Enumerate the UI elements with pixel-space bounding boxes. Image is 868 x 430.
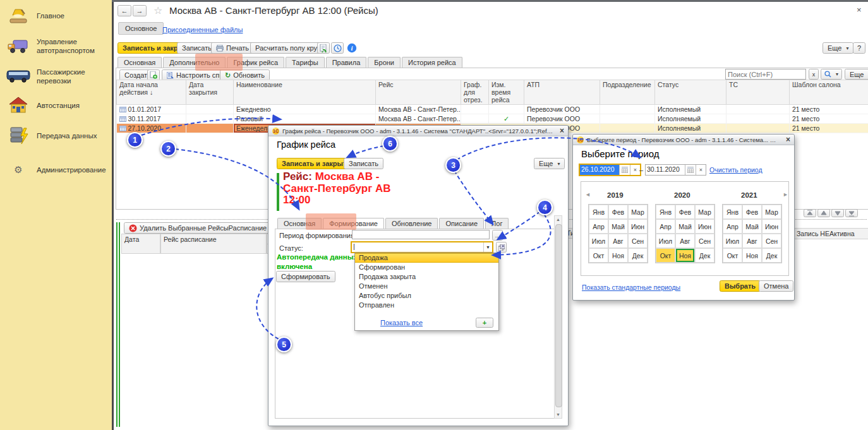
dropdown-item-Отправлен[interactable]: Отправлен [355, 301, 498, 310]
calendar-month-2021-Сен[interactable]: Сен [762, 234, 781, 248]
favorite-star-icon[interactable]: ☆ [154, 4, 162, 16]
calendar-month-2019-Май[interactable]: Май [608, 219, 628, 234]
search-input[interactable] [725, 69, 806, 80]
calendar-month-2020-Апр[interactable]: Апр [656, 219, 675, 234]
timing-button[interactable] [331, 42, 344, 54]
nav-back-button[interactable]: ← [118, 5, 131, 16]
calendar-month-2019-Сен[interactable]: Сен [628, 234, 648, 248]
clear-period-link[interactable]: Очистить период [709, 166, 763, 174]
period-dialog-titlebar[interactable]: 1С Выберите период - Перевозчик ООО - ad… [573, 134, 794, 145]
sidebar-item-1[interactable]: Главное [6, 5, 107, 27]
calendar-month-2021-Июн[interactable]: Июн [762, 219, 781, 234]
period-ellipsis-button[interactable]: ... [492, 230, 503, 241]
move-down-button[interactable] [831, 209, 844, 217]
calendar-month-2019-Дек[interactable]: Дек [628, 248, 648, 263]
search-button[interactable] [821, 69, 842, 80]
add-status-button[interactable]: + [476, 318, 493, 328]
calendar-month-2021-Окт[interactable]: Окт [723, 248, 742, 263]
tab-osnovnoe[interactable]: Основное [118, 22, 164, 35]
bottom-column-header[interactable]: Рейс расписание [160, 234, 267, 254]
standard-periods-link[interactable]: Показать стандартные периоды [582, 284, 680, 291]
table-row[interactable]: 01.01.2017ЕжедневноМосква АВ - Санкт-Пет… [117, 105, 868, 114]
status-field[interactable]: | ▼ [351, 241, 493, 253]
calendar-month-2020-Дек[interactable]: Дек [695, 248, 714, 263]
help-button[interactable]: ? [853, 42, 865, 54]
calendar-month-2019-Фев[interactable]: Фев [608, 205, 628, 219]
generate-button[interactable]: Сформировать [276, 271, 335, 282]
schedule-dialog-close-icon[interactable]: × [560, 128, 564, 134]
sidebar-item-6[interactable]: ⚙Администрирование [6, 159, 107, 181]
date-to-input[interactable]: 30.11.2020 [646, 165, 685, 175]
move-up-button[interactable] [817, 209, 830, 217]
search-clear-button[interactable]: x [809, 69, 819, 80]
calendar-month-2020-Фев[interactable]: Фев [675, 205, 695, 219]
column-header[interactable]: Наименование [234, 80, 376, 105]
sidebar-item-5[interactable]: Передача данных [6, 125, 107, 146]
status-open-button[interactable] [496, 242, 507, 253]
calendar-month-2021-Июл[interactable]: Июл [723, 234, 742, 248]
calendar-picker-icon[interactable] [619, 165, 630, 175]
calendar-picker-icon[interactable] [685, 165, 696, 175]
calendar-month-2019-Июн[interactable]: Июн [628, 219, 648, 234]
cancel-button[interactable]: Отмена [759, 280, 793, 292]
calendar-month-2020-Авг[interactable]: Авг [675, 234, 695, 248]
more-button[interactable]: Еще [823, 42, 853, 54]
dropdown-item-Продажа закрыта[interactable]: Продажа закрыта [355, 272, 498, 282]
calendar-month-2020-Июн[interactable]: Июн [695, 219, 714, 234]
subtab-Тарифы[interactable]: Тарифы [286, 57, 325, 68]
dialog-tab-Описание[interactable]: Описание [439, 218, 484, 229]
calendar-month-2020-Ноя[interactable]: Ноя [675, 248, 695, 263]
dropdown-item-Отменен[interactable]: Отменен [355, 282, 498, 291]
table-row[interactable]: 30.11.2017РазовыйМосква АВ - Санкт-Петер… [117, 114, 868, 124]
move-top-button[interactable] [804, 209, 816, 217]
column-header[interactable]: ТС [726, 80, 790, 105]
calendar-month-2021-Ноя[interactable]: Ноя [742, 248, 762, 263]
date-from-clear-icon[interactable]: × [630, 165, 640, 175]
info-icon[interactable]: i [347, 43, 357, 54]
dialog-tab-Лог[interactable]: Лог [485, 218, 509, 229]
calendar-month-2020-Мар[interactable]: Мар [695, 205, 714, 219]
column-header[interactable]: Дата начала действия ↓ [117, 80, 186, 105]
calendar-month-2020-Сен[interactable]: Сен [695, 234, 714, 248]
column-header[interactable]: Дата закрытия [186, 80, 234, 105]
period-dialog-close-icon[interactable]: × [786, 136, 790, 143]
column-header[interactable]: Подразделение [600, 80, 655, 105]
list-more-button[interactable]: Еще [845, 69, 868, 80]
calendar-month-2019-Апр[interactable]: Апр [589, 219, 608, 234]
report-button[interactable] [317, 42, 330, 54]
dropdown-item-Продажа[interactable]: Продажа [355, 253, 498, 263]
move-bottom-button[interactable] [845, 209, 858, 217]
calendar-month-2021-Май[interactable]: Май [742, 219, 762, 234]
column-header[interactable]: АТП [524, 80, 600, 105]
column-header[interactable]: Рейс [376, 80, 461, 105]
period-field[interactable] [352, 230, 490, 239]
choose-button[interactable]: Выбрать [720, 280, 761, 292]
calendar-month-2020-Янв[interactable]: Янв [656, 205, 675, 219]
schedule-dialog-titlebar[interactable]: 1С График рейса - Перевозчик ООО - adm -… [268, 126, 568, 136]
calendar-month-2019-Мар[interactable]: Мар [628, 205, 648, 219]
calendar-month-2020-Окт[interactable]: Окт [656, 248, 675, 263]
date-to-clear-icon[interactable]: × [696, 165, 706, 175]
delete-selected-button[interactable]: Удалить Выбранные РейсыРасписание [124, 222, 272, 234]
date-from-input[interactable]: 26.10.2020 [580, 165, 619, 175]
calendar-month-2019-Окт[interactable]: Окт [589, 248, 608, 263]
sidebar-item-3[interactable]: Пассажирские перевозки [6, 66, 107, 87]
column-header[interactable]: Граф. для отрез. [461, 80, 489, 105]
window-close-icon[interactable]: × [857, 5, 862, 15]
calendar-next-icon[interactable]: ► [783, 191, 788, 198]
sidebar-item-2[interactable]: Управление автотранспортом [6, 35, 107, 57]
column-header[interactable]: Статус [655, 80, 726, 105]
dialog-tab-Обновление[interactable]: Обновление [385, 218, 438, 229]
subtab-Брони[interactable]: Брони [368, 57, 401, 68]
calendar-month-2020-Май[interactable]: Май [675, 219, 695, 234]
calendar-month-2021-Апр[interactable]: Апр [723, 219, 742, 234]
subtab-Основная[interactable]: Основная [118, 57, 162, 68]
status-dropdown-arrow-icon[interactable]: ▼ [484, 242, 492, 252]
calendar-prev-icon[interactable]: ◄ [585, 191, 591, 198]
calendar-month-2021-Фев[interactable]: Фев [742, 205, 762, 219]
subtab-Правила[interactable]: Правила [326, 57, 367, 68]
dialog-more-button[interactable]: Еще [534, 158, 565, 169]
dropdown-item-Автобус прибыл[interactable]: Автобус прибыл [355, 291, 498, 301]
calendar-month-2020-Июл[interactable]: Июл [656, 234, 675, 248]
calendar-month-2019-Июл[interactable]: Июл [589, 234, 608, 248]
